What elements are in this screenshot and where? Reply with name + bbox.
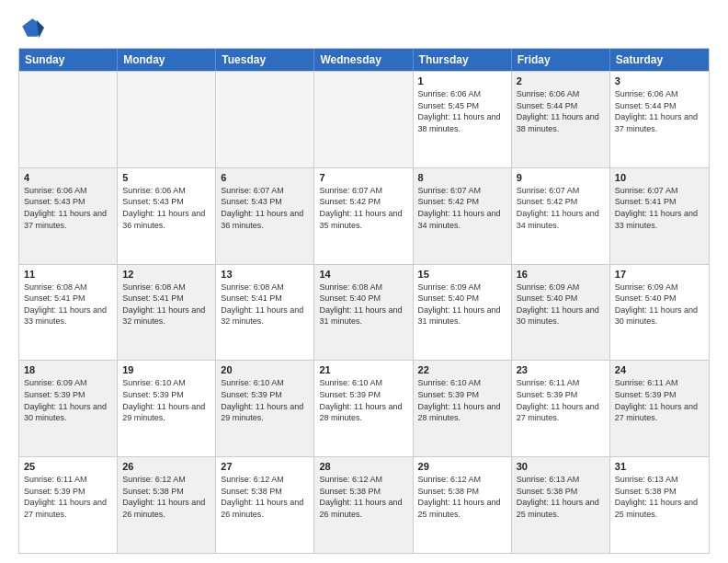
day-number: 18 (24, 364, 112, 375)
logo-icon (18, 15, 44, 40)
day-info: Sunrise: 6:11 AM Sunset: 5:39 PM Dayligh… (517, 377, 605, 423)
day-number: 23 (517, 364, 605, 375)
day-info: Sunrise: 6:09 AM Sunset: 5:40 PM Dayligh… (418, 282, 506, 327)
day-number: 22 (418, 364, 506, 375)
calendar-cell (314, 72, 413, 167)
day-number: 10 (615, 172, 704, 183)
calendar-cell: 8Sunrise: 6:07 AM Sunset: 5:42 PM Daylig… (414, 168, 512, 264)
day-info: Sunrise: 6:07 AM Sunset: 5:42 PM Dayligh… (418, 185, 506, 231)
day-info: Sunrise: 6:11 AM Sunset: 5:39 PM Dayligh… (24, 474, 112, 520)
calendar-cell: 17Sunrise: 6:09 AM Sunset: 5:40 PM Dayli… (610, 265, 709, 361)
day-info: Sunrise: 6:06 AM Sunset: 5:43 PM Dayligh… (24, 185, 112, 231)
day-number: 5 (122, 172, 210, 183)
calendar-cell (216, 72, 314, 167)
day-info: Sunrise: 6:07 AM Sunset: 5:41 PM Dayligh… (615, 185, 704, 231)
day-info: Sunrise: 6:07 AM Sunset: 5:42 PM Dayligh… (319, 185, 407, 231)
day-number: 9 (517, 172, 605, 183)
calendar-cell: 29Sunrise: 6:12 AM Sunset: 5:38 PM Dayli… (414, 457, 512, 553)
calendar-cell: 5Sunrise: 6:06 AM Sunset: 5:43 PM Daylig… (118, 168, 216, 264)
calendar-cell: 12Sunrise: 6:08 AM Sunset: 5:41 PM Dayli… (118, 265, 216, 361)
calendar-cell: 10Sunrise: 6:07 AM Sunset: 5:41 PM Dayli… (610, 168, 709, 264)
day-info: Sunrise: 6:06 AM Sunset: 5:44 PM Dayligh… (517, 88, 605, 134)
day-info: Sunrise: 6:08 AM Sunset: 5:41 PM Dayligh… (221, 282, 309, 327)
day-number: 28 (319, 461, 407, 472)
calendar-header-day: Monday (118, 49, 216, 71)
calendar-row: 4Sunrise: 6:06 AM Sunset: 5:43 PM Daylig… (19, 167, 709, 264)
calendar-cell (19, 72, 118, 167)
day-info: Sunrise: 6:13 AM Sunset: 5:38 PM Dayligh… (615, 474, 704, 520)
day-number: 2 (517, 75, 605, 86)
day-number: 8 (418, 172, 506, 183)
calendar-header-day: Saturday (610, 49, 709, 71)
calendar-header-day: Sunday (19, 49, 118, 71)
calendar-cell: 7Sunrise: 6:07 AM Sunset: 5:42 PM Daylig… (314, 168, 413, 264)
calendar-cell: 2Sunrise: 6:06 AM Sunset: 5:44 PM Daylig… (512, 72, 610, 167)
calendar-cell: 25Sunrise: 6:11 AM Sunset: 5:39 PM Dayli… (19, 457, 118, 553)
day-info: Sunrise: 6:09 AM Sunset: 5:40 PM Dayligh… (615, 282, 704, 327)
day-info: Sunrise: 6:10 AM Sunset: 5:39 PM Dayligh… (319, 377, 407, 423)
day-number: 13 (221, 269, 309, 280)
day-info: Sunrise: 6:12 AM Sunset: 5:38 PM Dayligh… (418, 474, 506, 520)
calendar-cell: 26Sunrise: 6:12 AM Sunset: 5:38 PM Dayli… (118, 457, 216, 553)
page: SundayMondayTuesdayWednesdayThursdayFrid… (0, 0, 728, 563)
day-number: 27 (221, 461, 309, 472)
day-number: 31 (615, 461, 704, 472)
calendar-cell: 28Sunrise: 6:12 AM Sunset: 5:38 PM Dayli… (314, 457, 413, 553)
calendar-header-day: Tuesday (216, 49, 314, 71)
day-number: 29 (418, 461, 506, 472)
day-number: 1 (418, 75, 506, 86)
calendar-cell: 15Sunrise: 6:09 AM Sunset: 5:40 PM Dayli… (414, 265, 512, 361)
day-number: 24 (615, 364, 704, 375)
calendar-cell (118, 72, 216, 167)
day-info: Sunrise: 6:12 AM Sunset: 5:38 PM Dayligh… (319, 474, 407, 520)
day-number: 7 (319, 172, 407, 183)
day-info: Sunrise: 6:12 AM Sunset: 5:38 PM Dayligh… (221, 474, 309, 520)
day-info: Sunrise: 6:08 AM Sunset: 5:40 PM Dayligh… (319, 282, 407, 327)
header (18, 15, 710, 40)
day-number: 20 (221, 364, 309, 375)
calendar-body: 1Sunrise: 6:06 AM Sunset: 5:45 PM Daylig… (19, 71, 709, 553)
calendar-cell: 31Sunrise: 6:13 AM Sunset: 5:38 PM Dayli… (610, 457, 709, 553)
calendar-cell: 16Sunrise: 6:09 AM Sunset: 5:40 PM Dayli… (512, 265, 610, 361)
calendar-cell: 21Sunrise: 6:10 AM Sunset: 5:39 PM Dayli… (314, 361, 413, 456)
calendar-cell: 11Sunrise: 6:08 AM Sunset: 5:41 PM Dayli… (19, 265, 118, 361)
calendar-cell: 4Sunrise: 6:06 AM Sunset: 5:43 PM Daylig… (19, 168, 118, 264)
day-number: 4 (24, 172, 112, 183)
day-number: 25 (24, 461, 112, 472)
calendar-cell: 27Sunrise: 6:12 AM Sunset: 5:38 PM Dayli… (216, 457, 314, 553)
calendar-cell: 1Sunrise: 6:06 AM Sunset: 5:45 PM Daylig… (414, 72, 512, 167)
day-info: Sunrise: 6:08 AM Sunset: 5:41 PM Dayligh… (122, 282, 210, 327)
day-info: Sunrise: 6:06 AM Sunset: 5:43 PM Dayligh… (122, 185, 210, 231)
day-info: Sunrise: 6:06 AM Sunset: 5:44 PM Dayligh… (615, 88, 704, 134)
day-number: 6 (221, 172, 309, 183)
day-info: Sunrise: 6:07 AM Sunset: 5:42 PM Dayligh… (517, 185, 605, 231)
day-info: Sunrise: 6:11 AM Sunset: 5:39 PM Dayligh… (615, 377, 704, 423)
calendar-cell: 9Sunrise: 6:07 AM Sunset: 5:42 PM Daylig… (512, 168, 610, 264)
logo (18, 15, 48, 40)
calendar-cell: 6Sunrise: 6:07 AM Sunset: 5:43 PM Daylig… (216, 168, 314, 264)
day-info: Sunrise: 6:08 AM Sunset: 5:41 PM Dayligh… (24, 282, 112, 327)
day-info: Sunrise: 6:10 AM Sunset: 5:39 PM Dayligh… (418, 377, 506, 423)
day-number: 3 (615, 75, 704, 86)
day-number: 12 (122, 269, 210, 280)
day-info: Sunrise: 6:10 AM Sunset: 5:39 PM Dayligh… (122, 377, 210, 423)
calendar-header: SundayMondayTuesdayWednesdayThursdayFrid… (19, 49, 709, 71)
calendar-row: 11Sunrise: 6:08 AM Sunset: 5:41 PM Dayli… (19, 264, 709, 361)
day-number: 21 (319, 364, 407, 375)
calendar-row: 1Sunrise: 6:06 AM Sunset: 5:45 PM Daylig… (19, 71, 709, 167)
calendar-cell: 19Sunrise: 6:10 AM Sunset: 5:39 PM Dayli… (118, 361, 216, 456)
calendar-header-day: Wednesday (314, 49, 413, 71)
day-number: 30 (517, 461, 605, 472)
calendar-cell: 22Sunrise: 6:10 AM Sunset: 5:39 PM Dayli… (414, 361, 512, 456)
calendar-cell: 20Sunrise: 6:10 AM Sunset: 5:39 PM Dayli… (216, 361, 314, 456)
day-info: Sunrise: 6:07 AM Sunset: 5:43 PM Dayligh… (221, 185, 309, 231)
calendar-cell: 30Sunrise: 6:13 AM Sunset: 5:38 PM Dayli… (512, 457, 610, 553)
calendar-cell: 18Sunrise: 6:09 AM Sunset: 5:39 PM Dayli… (19, 361, 118, 456)
calendar-header-day: Thursday (414, 49, 512, 71)
day-info: Sunrise: 6:09 AM Sunset: 5:39 PM Dayligh… (24, 377, 112, 423)
day-info: Sunrise: 6:10 AM Sunset: 5:39 PM Dayligh… (221, 377, 309, 423)
day-info: Sunrise: 6:13 AM Sunset: 5:38 PM Dayligh… (517, 474, 605, 520)
day-info: Sunrise: 6:12 AM Sunset: 5:38 PM Dayligh… (122, 474, 210, 520)
day-info: Sunrise: 6:06 AM Sunset: 5:45 PM Dayligh… (418, 88, 506, 134)
day-number: 11 (24, 269, 112, 280)
